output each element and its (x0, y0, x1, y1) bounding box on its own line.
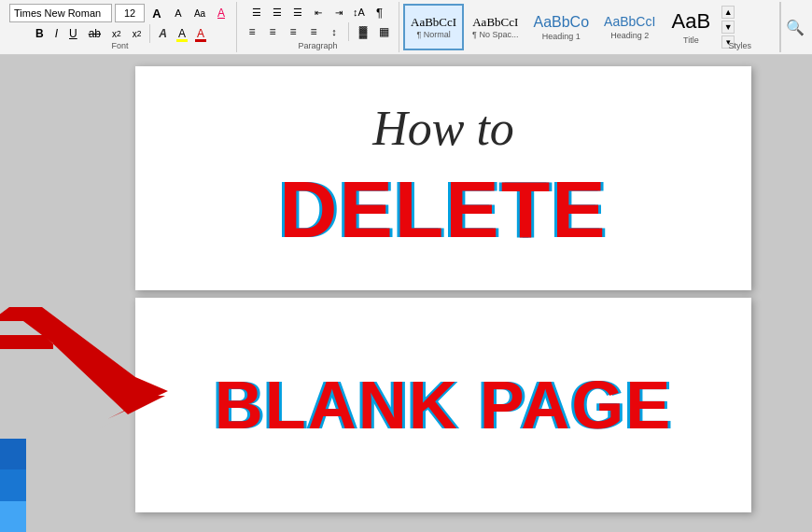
show-marks-button[interactable]: ¶ (371, 4, 389, 21)
para-divider (348, 22, 349, 41)
subscript-button[interactable]: x2 (107, 24, 126, 43)
font-section: Times New Roman 12 A A Aa A B I U ab x2 … (4, 2, 237, 52)
styles-scroll-up[interactable]: ▲ (721, 6, 735, 19)
style-title-label: Title (683, 35, 699, 45)
style-normal[interactable]: AaBbCcI ¶ Normal (403, 4, 464, 50)
page-delete-text: DELETE (279, 163, 607, 256)
page-title: How to (372, 101, 514, 156)
page2-wrapper: BLANK PAGE (135, 298, 751, 512)
taskbar-corner (0, 439, 26, 532)
style-nospace[interactable]: AaBbCcI ¶ No Spac... (466, 4, 525, 50)
style-title[interactable]: AaB Title (664, 4, 718, 50)
document-area: How to DELETE (0, 55, 812, 532)
style-heading1[interactable]: AaBbCo Heading 1 (526, 4, 595, 50)
style-nospace-preview: AaBbCcI (472, 15, 518, 30)
para-top-row: ☰ ☰ ☰ ⇤ ⇥ ↕A ¶ (247, 4, 389, 21)
text-effects-button[interactable]: A (154, 24, 172, 43)
style-h1-preview: AaBbCo (533, 13, 589, 31)
search-button[interactable]: 🔍 (786, 19, 805, 35)
taskbar-bar-1 (0, 439, 26, 469)
borders-button[interactable]: ▦ (374, 23, 393, 40)
numbering-button[interactable]: ☰ (268, 4, 287, 21)
para-bottom-row: ≡ ≡ ≡ ≡ ↕ ▓ ▦ (243, 22, 393, 41)
change-case-button[interactable]: Aa (190, 5, 209, 21)
style-h2-label: Heading 2 (610, 31, 649, 40)
font-section-label: Font (111, 41, 128, 50)
font-divider (149, 24, 150, 43)
line-spacing-button[interactable]: ↕ (325, 23, 343, 40)
taskbar-bar-3 (0, 501, 26, 532)
strikethrough-button[interactable]: ab (84, 24, 105, 43)
page-1: How to DELETE (135, 66, 751, 290)
align-center-button[interactable]: ≡ (263, 23, 282, 40)
font-shrink-button[interactable]: A (169, 5, 188, 21)
arrow-final (0, 307, 168, 419)
bullets-button[interactable]: ☰ (247, 4, 266, 21)
style-nospace-label: ¶ No Spac... (472, 30, 518, 39)
style-heading2[interactable]: AaBbCcI Heading 2 (597, 4, 662, 50)
style-h2-preview: AaBbCcI (604, 14, 655, 30)
style-normal-preview: AaBbCcI (411, 15, 456, 30)
style-h1-label: Heading 1 (542, 32, 581, 41)
arrow-overlay (0, 307, 168, 423)
shading-button[interactable]: ▓ (354, 23, 372, 40)
search-section: 🔍 (780, 2, 808, 52)
clear-formatting-button[interactable]: A (212, 5, 231, 21)
page-blank-text: BLANK PAGE (215, 367, 673, 443)
highlight-color-button[interactable]: A (174, 24, 190, 43)
font-grow-button[interactable]: A (147, 5, 166, 21)
sort-button[interactable]: ↕A (350, 4, 369, 21)
align-right-button[interactable]: ≡ (284, 23, 302, 40)
justify-button[interactable]: ≡ (304, 23, 323, 40)
align-left-button[interactable]: ≡ (243, 23, 261, 40)
decrease-indent-button[interactable]: ⇤ (309, 4, 328, 21)
arrow-body (0, 307, 168, 419)
bold-button[interactable]: B (31, 24, 49, 43)
font-size-input[interactable]: 12 (115, 4, 145, 22)
taskbar-bar-2 (0, 469, 26, 500)
paragraph-section-label: Paragraph (298, 41, 337, 50)
font-bottom-row: B I U ab x2 x2 A A A (31, 24, 209, 43)
style-title-preview: AaB (672, 9, 711, 34)
document-pages: How to DELETE (135, 66, 751, 532)
italic-button[interactable]: I (50, 24, 63, 43)
styles-section: AaBbCcI ¶ Normal AaBbCcI ¶ No Spac... Aa… (399, 2, 780, 52)
superscript-button[interactable]: x2 (128, 24, 147, 43)
page-2: BLANK PAGE (135, 298, 751, 512)
style-normal-label: ¶ Normal (416, 30, 450, 39)
styles-section-label: Styles (728, 41, 751, 50)
font-name-input[interactable]: Times New Roman (9, 4, 112, 22)
styles-scroll-down[interactable]: ▼ (721, 21, 735, 34)
increase-indent-button[interactable]: ⇥ (329, 4, 348, 21)
ribbon-bottom: Times New Roman 12 A A Aa A B I U ab x2 … (0, 0, 812, 54)
ribbon: Times New Roman 12 A A Aa A B I U ab x2 … (0, 0, 812, 55)
font-top-row: Times New Roman 12 A A Aa A (9, 4, 231, 22)
underline-button[interactable]: U (64, 24, 82, 43)
font-color-button[interactable]: A (192, 24, 209, 43)
multilevel-button[interactable]: ☰ (288, 4, 307, 21)
paragraph-section: ☰ ☰ ☰ ⇤ ⇥ ↕A ¶ ≡ ≡ ≡ ≡ ↕ ▓ ▦ Paragraph (237, 2, 399, 52)
